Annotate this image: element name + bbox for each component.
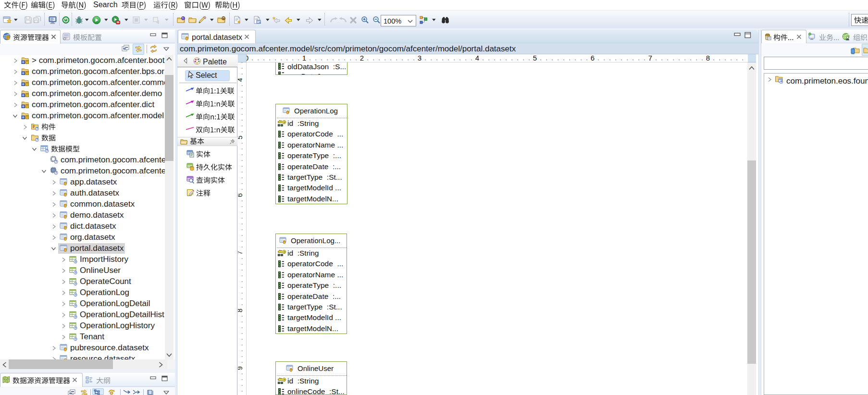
svg-text:2: 2 (360, 54, 364, 62)
svg-text:?: ? (74, 338, 76, 341)
svg-text:9: 9 (238, 366, 244, 370)
svg-text:8: 8 (706, 54, 710, 62)
svg-text:?: ? (74, 305, 76, 308)
svg-text:?: ? (36, 127, 38, 130)
svg-text:3: 3 (418, 54, 422, 62)
svg-text:5: 5 (533, 54, 537, 62)
svg-text:?: ? (74, 283, 76, 285)
svg-text:4: 4 (238, 78, 244, 82)
svg-text:6: 6 (591, 54, 595, 62)
svg-text:?: ? (74, 260, 76, 263)
svg-text:6: 6 (238, 193, 244, 197)
svg-text:?: ? (781, 81, 782, 84)
svg-text:8: 8 (238, 309, 244, 312)
svg-text:?: ? (55, 171, 57, 174)
svg-text:?: ? (36, 138, 38, 141)
svg-text:?: ? (74, 272, 76, 274)
svg-text:?: ? (55, 160, 57, 163)
svg-text:?: ? (74, 327, 76, 330)
svg-text:7: 7 (238, 251, 244, 255)
svg-text:?: ? (74, 316, 76, 319)
svg-text:5: 5 (238, 136, 244, 139)
svg-text:7: 7 (648, 54, 652, 62)
svg-text:?: ? (46, 149, 48, 152)
svg-text:4: 4 (475, 54, 479, 62)
svg-text:0: 0 (247, 54, 248, 62)
svg-text:?: ? (74, 294, 76, 296)
svg-text:1: 1 (302, 54, 306, 62)
